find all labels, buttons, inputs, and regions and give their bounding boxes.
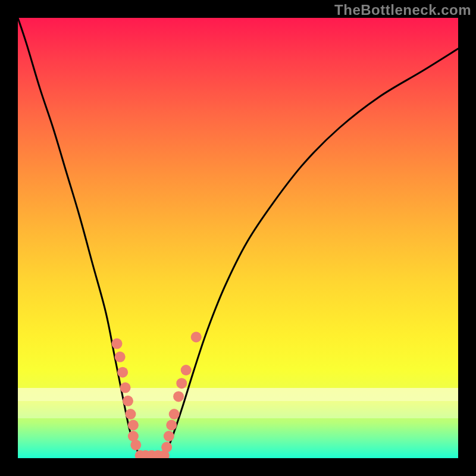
- plot-area: [18, 18, 458, 458]
- scatter-dot: [191, 332, 202, 343]
- scatter-dot: [166, 420, 177, 431]
- scatter-dot: [176, 378, 187, 389]
- scatter-dots: [112, 332, 202, 459]
- scatter-dot: [123, 396, 133, 406]
- right-curve: [163, 49, 458, 458]
- scatter-dot: [125, 409, 136, 419]
- scatter-dot: [115, 352, 126, 362]
- scatter-dot: [112, 339, 123, 349]
- chart-overlay: [18, 18, 458, 458]
- scatter-dot: [173, 391, 184, 402]
- chart-frame: TheBottleneck.com: [0, 0, 476, 476]
- scatter-dot: [164, 431, 174, 441]
- scatter-dot: [117, 367, 128, 378]
- watermark-text: TheBottleneck.com: [334, 2, 471, 18]
- scatter-dot: [120, 383, 131, 393]
- scatter-dot: [161, 442, 172, 453]
- scatter-dot: [128, 420, 139, 431]
- scatter-dot: [130, 440, 141, 450]
- scatter-dot: [181, 365, 192, 375]
- scatter-dot: [169, 409, 180, 419]
